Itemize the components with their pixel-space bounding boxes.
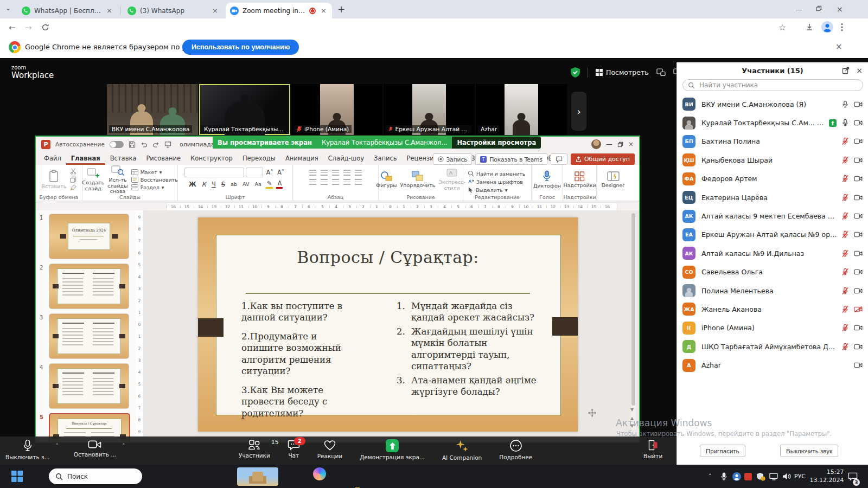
camera-icon[interactable]	[854, 213, 863, 220]
ribbon-tab-5[interactable]: Переходы	[238, 152, 280, 165]
copilot-app-icon[interactable]	[310, 465, 329, 483]
participant-search-input[interactable]	[698, 81, 858, 89]
justify-icon[interactable]	[343, 179, 350, 185]
video-options-chevron[interactable]: ˄	[122, 443, 125, 449]
mic-options-chevron[interactable]: ˄	[56, 443, 59, 449]
participant-row[interactable]: ЕАЕркеш Аружан Алтай қаласы №9 орта мект…	[677, 226, 868, 244]
clock[interactable]: 15:2713.12.2024	[809, 465, 844, 488]
highlight-button[interactable]: ✎	[266, 179, 273, 189]
scrollbar-thumb[interactable]	[631, 213, 635, 406]
cut-icon[interactable]	[70, 168, 76, 175]
ribbon-tab-2[interactable]: Вставка	[105, 152, 142, 165]
ppt-user-avatar[interactable]	[591, 139, 601, 149]
tab-search-chevron-icon[interactable]: ⌄	[5, 4, 11, 12]
participant-row[interactable]: БПБахтина Полина	[677, 132, 868, 151]
ai-companion-button[interactable]: AI Companion	[436, 436, 488, 465]
participant-row[interactable]: ҚШҚаныбекова Шырай	[677, 151, 868, 169]
tab-close-icon[interactable]: ×	[320, 7, 328, 15]
participant-row[interactable]: ДШҚО Тарбағатай Аймұхамбетова Динар	[677, 337, 868, 356]
camera-icon[interactable]	[854, 324, 863, 331]
designer-button[interactable]: Designer	[602, 171, 625, 189]
columns-icon[interactable]	[355, 179, 362, 185]
slide-canvas[interactable]: Вопросы / Сұрақтар: 1.Как вы поступите в…	[198, 217, 578, 432]
camera-icon[interactable]	[854, 268, 863, 275]
file-explorer-app-icon[interactable]	[352, 483, 370, 488]
share-screen-button[interactable]: Демонстрация экра...	[353, 436, 431, 465]
tray-security-shield-icon[interactable]	[756, 465, 765, 488]
arrange-button[interactable]: Упорядочить	[400, 171, 436, 189]
mic-muted-icon[interactable]	[841, 249, 849, 258]
mic-muted-icon[interactable]	[841, 343, 849, 351]
participant-row[interactable]: АКАлтай каласы №9 И.Дильназ	[677, 244, 868, 262]
notification-center-icon[interactable]: 3	[847, 465, 858, 488]
forward-button[interactable]: →	[25, 23, 32, 33]
layout-windows-icon[interactable]	[656, 68, 666, 76]
dictate-button[interactable]: Диктофон	[533, 170, 561, 189]
line-spacing-icon[interactable]	[355, 170, 362, 176]
shrink-font-button[interactable]: A˅	[276, 169, 286, 176]
participant-row[interactable]: AAzhar	[677, 356, 868, 374]
font-name-select[interactable]	[184, 168, 244, 177]
browser-tab-whatsapp-2[interactable]: (3) WhatsApp ×	[123, 3, 224, 18]
participant-row[interactable]: ФАФедоров Артем	[677, 170, 868, 188]
undo-icon[interactable]	[141, 141, 148, 148]
change-case-button[interactable]: Aa	[253, 181, 262, 187]
addins-button[interactable]: Надстройки	[563, 171, 596, 189]
participant-row[interactable]: I(iPhone (Амина)	[677, 319, 868, 337]
camera-icon[interactable]	[854, 175, 863, 182]
camera-icon[interactable]	[854, 101, 863, 108]
camera-icon[interactable]	[854, 194, 863, 201]
mic-muted-icon[interactable]	[841, 156, 849, 164]
tab-close-icon[interactable]: ×	[211, 7, 219, 15]
ribbon-tab-4[interactable]: Конструктор	[186, 152, 238, 165]
indent-increase-icon[interactable]	[343, 170, 350, 176]
align-center-icon[interactable]	[321, 179, 328, 185]
reactions-button[interactable]: Реакции	[311, 436, 349, 465]
quick-styles-button[interactable]: Экспресс- стили	[438, 168, 465, 191]
close-panel-icon[interactable]: ×	[856, 66, 863, 75]
invite-button[interactable]: Пригласить	[700, 445, 745, 457]
reload-button[interactable]	[41, 23, 49, 31]
ribbon-tab-7[interactable]: Слайд-шоу	[323, 152, 369, 165]
camera-icon[interactable]	[854, 138, 863, 145]
mic-muted-icon[interactable]	[841, 137, 849, 145]
scroll-down-icon[interactable]: ▼	[630, 407, 634, 412]
tray-person-icon[interactable]	[732, 465, 741, 488]
ribbon-tab-3[interactable]: Рисование	[141, 152, 186, 165]
camera-icon[interactable]	[854, 157, 863, 164]
bold-button[interactable]: Ж	[188, 181, 197, 188]
ppt-share-button[interactable]: Общий доступ	[571, 153, 635, 165]
ribbon-tab-1[interactable]: Главная	[66, 152, 105, 165]
view-button[interactable]: Посмотреть	[596, 68, 649, 76]
tray-volume-icon[interactable]	[782, 465, 792, 488]
window-minimize-button[interactable]: —	[795, 5, 803, 14]
align-left-icon[interactable]	[309, 179, 316, 185]
browser-tab-zoom[interactable]: Zoom meeting invitation - Z ×	[226, 3, 332, 18]
save-icon[interactable]	[129, 141, 136, 148]
profile-avatar[interactable]	[821, 21, 833, 33]
redo-icon[interactable]	[152, 141, 159, 148]
participant-row[interactable]: ЕЦЕкатерина Царёва	[677, 188, 868, 207]
camera-icon[interactable]	[854, 362, 863, 369]
mic-muted-icon[interactable]	[841, 287, 849, 295]
camera-icon[interactable]	[854, 119, 863, 126]
tray-recording-icon[interactable]	[744, 473, 752, 480]
find-replace-button[interactable]: Найти и заменить	[468, 170, 525, 177]
copy-icon[interactable]	[70, 176, 76, 183]
stop-video-button[interactable]: Остановить ... ˄	[74, 436, 117, 465]
slide-thumbnail-3[interactable]	[49, 313, 129, 359]
replace-fonts-button[interactable]: Замена шрифтов	[468, 178, 523, 185]
numbering-icon[interactable]	[321, 170, 328, 176]
camera-icon[interactable]	[854, 250, 863, 257]
mute-button[interactable]: Выключить з... ˄	[5, 436, 50, 465]
paste-button[interactable]: Вставить	[41, 170, 66, 190]
record-button[interactable]: Запись	[433, 153, 473, 165]
layout-button[interactable]: Макет ▾	[131, 169, 162, 175]
autosave-toggle[interactable]	[110, 141, 124, 148]
ppt-restore-button[interactable]	[617, 142, 623, 147]
camera-icon[interactable]	[854, 287, 863, 294]
char-spacing-button[interactable]: AV	[241, 181, 250, 187]
shapes-button[interactable]: Фигуры	[376, 171, 397, 189]
window-restore-button[interactable]	[816, 5, 822, 11]
participant-search[interactable]	[682, 79, 863, 91]
